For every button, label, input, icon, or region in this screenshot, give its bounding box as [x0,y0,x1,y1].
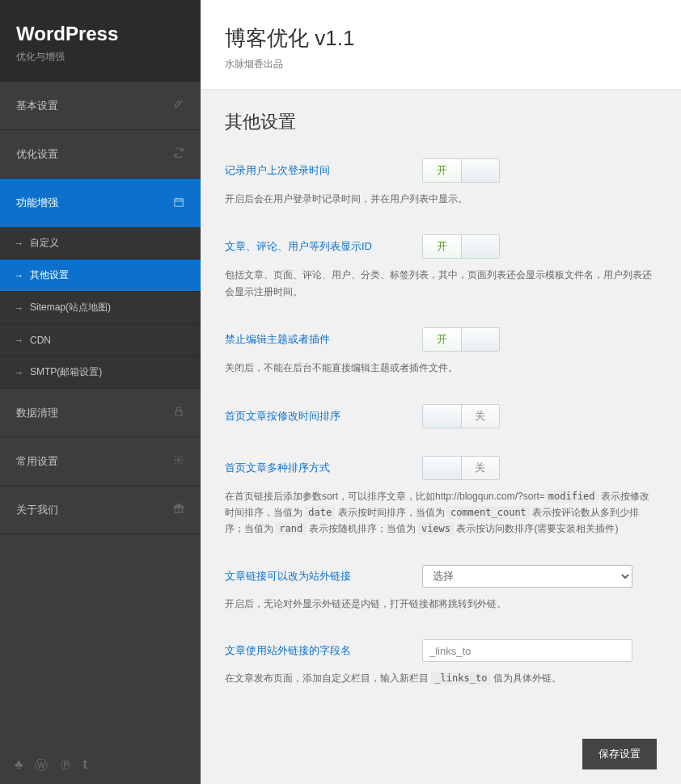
tools-icon [173,99,184,112]
input-ext-field[interactable] [422,639,632,662]
save-button[interactable]: 保存设置 [582,739,657,769]
page-subtitle: 水脉烟香出品 [225,57,657,71]
arrow-icon: → [15,335,23,345]
field-desc: 在文章发布页面，添加自定义栏目，输入新栏目 _links_to 值为具体外链。 [225,670,657,686]
field-sort-modified: 首页文章按修改时间排序 关 [225,404,657,428]
toggle-login-time[interactable]: 开 [422,158,500,183]
pinterest-icon[interactable]: ℗ [59,757,72,774]
menu-item-optimize[interactable]: 优化设置 [0,130,201,179]
menu-item-clean[interactable]: 数据清理 [0,389,201,437]
arrow-icon: → [15,368,23,377]
select-ext-link[interactable]: 选择 [422,565,632,588]
weibo-icon[interactable]: ⓦ [35,757,48,774]
submenu-item-cdn[interactable]: → CDN [0,324,201,356]
field-desc: 开启后，无论对外显示外链还是内链，打开链接都将跳转到外链。 [225,596,657,612]
twitter-icon[interactable]: t [83,757,87,774]
field-ext-link: 文章链接可以改为站外链接 选择 开启后，无论对外显示外链还是内链，打开链接都将跳… [225,565,657,612]
toggle-sort-modified[interactable]: 关 [422,404,500,428]
field-label: 首页文章多种排序方式 [225,461,406,475]
svg-point-2 [177,458,180,462]
toggle-disable-edit[interactable]: 开 [422,327,500,352]
content-area: 其他设置 记录用户上次登录时间 开 开启后会在用户登录时记录时间，并在用户列表中… [201,90,681,724]
field-login-time: 记录用户上次登录时间 开 开启后会在用户登录时记录时间，并在用户列表中显示。 [225,158,657,207]
field-label: 文章链接可以改为站外链接 [225,569,406,584]
submenu-item-smtp[interactable]: → SMTP(邮箱设置) [0,356,201,389]
field-label: 禁止编辑主题或者插件 [225,332,406,347]
page-title: 博客优化 v1.1 [225,24,657,53]
arrow-icon: → [15,271,23,280]
svg-rect-1 [176,411,182,415]
main-content: 博客优化 v1.1 水脉烟香出品 其他设置 记录用户上次登录时间 开 开启后会在… [201,0,681,784]
submenu-item-other[interactable]: → 其他设置 [0,259,201,292]
field-label: 记录用户上次登录时间 [225,163,406,178]
submenu-item-custom[interactable]: → 自定义 [0,227,201,259]
field-label: 文章使用站外链接的字段名 [225,643,406,658]
svg-rect-0 [175,198,184,205]
sidebar-subtitle: 优化与增强 [16,50,184,64]
toggle-show-id[interactable]: 开 [422,234,500,259]
submenu-item-sitemap[interactable]: → Sitemap(站点地图) [0,292,201,324]
arrow-icon: → [15,303,23,313]
menu-item-enhance[interactable]: 功能增强 [0,179,201,227]
field-desc: 在首页链接后添加参数sort，可以排序文章，比如http://blogqun.c… [225,488,657,537]
qq-icon[interactable]: ♣ [15,757,23,774]
field-desc: 关闭后，不能在后台不能直接编辑主题或者插件文件。 [225,360,657,376]
field-show-id: 文章、评论、用户等列表显示ID 开 包括文章、页面、评论、用户、分类、标签列表，… [225,234,657,300]
footer: 保存设置 [201,724,681,784]
field-label: 文章、评论、用户等列表显示ID [225,239,406,254]
menu-item-basic[interactable]: 基本设置 [0,82,201,130]
calendar-icon [173,196,184,210]
social-icons: ♣ ⓦ ℗ t [0,748,201,784]
field-ext-field: 文章使用站外链接的字段名 在文章发布页面，添加自定义栏目，输入新栏目 _link… [225,639,657,686]
main-header: 博客优化 v1.1 水脉烟香出品 [201,0,681,90]
toggle-multi-sort[interactable]: 关 [422,456,500,480]
field-multi-sort: 首页文章多种排序方式 关 在首页链接后添加参数sort，可以排序文章，比如htt… [225,456,657,537]
section-title: 其他设置 [225,110,657,134]
refresh-icon [173,147,184,161]
field-disable-edit: 禁止编辑主题或者插件 开 关闭后，不能在后台不能直接编辑主题或者插件文件。 [225,327,657,376]
field-desc: 开启后会在用户登录时记录时间，并在用户列表中显示。 [225,191,657,207]
sidebar-menu: 基本设置 优化设置 功能增强 → 自定义 → 其他设置 → Sitemap(站 [0,82,201,748]
menu-item-common[interactable]: 常用设置 [0,437,201,486]
menu-item-about[interactable]: 关于我们 [0,486,201,534]
sidebar-header: WordPress 优化与增强 [0,0,201,82]
sidebar-title: WordPress [16,23,184,45]
gear-icon [173,454,184,468]
field-label: 首页文章按修改时间排序 [225,409,406,424]
gift-icon [173,503,184,516]
arrow-icon: → [15,238,23,248]
field-desc: 包括文章、页面、评论、用户、分类、标签列表，其中，页面列表还会显示模板文件名，用… [225,267,657,300]
lock-icon [173,406,184,419]
sidebar: WordPress 优化与增强 基本设置 优化设置 功能增强 → 自定义 → [0,0,201,784]
